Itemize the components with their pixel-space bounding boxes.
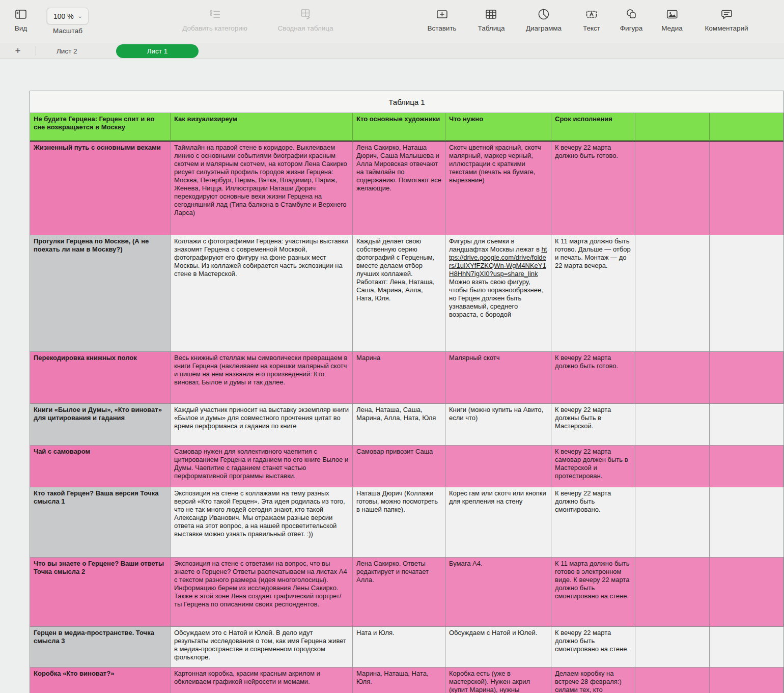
- sheet-tab-bar: + Лист 2 Лист 1: [0, 43, 784, 59]
- row-title-cell[interactable]: Перекодировка книжных полок: [30, 352, 171, 404]
- cell-artists[interactable]: Самовар привозит Саша: [353, 446, 445, 487]
- row-title-cell[interactable]: Герцен в медиа-пространстве. Точка смысл…: [30, 627, 171, 668]
- row-title-cell[interactable]: Коробка «Кто виноват?»: [30, 668, 171, 693]
- cell-empty[interactable]: [635, 558, 710, 627]
- header-cell-empty[interactable]: [710, 113, 783, 142]
- cell-artists[interactable]: Ната и Юля.: [353, 627, 445, 668]
- header-cell-needs[interactable]: Что нужно: [445, 113, 551, 142]
- row-title-cell[interactable]: Чай с самоваром: [30, 446, 171, 487]
- zoom-control[interactable]: 100 % ⌄ Масштаб: [47, 8, 89, 35]
- cell-empty[interactable]: [635, 487, 710, 558]
- cell-empty[interactable]: [635, 352, 710, 404]
- insert-label: Вставить: [427, 24, 456, 32]
- cell-empty[interactable]: [710, 142, 783, 235]
- cell-empty[interactable]: [635, 627, 710, 668]
- cell-empty[interactable]: [710, 668, 783, 693]
- header-cell-topic[interactable]: Не будите Герцена: Герцен спит и во сне …: [30, 113, 171, 142]
- view-button[interactable]: Вид: [13, 7, 29, 32]
- tab-sheet-2[interactable]: Лист 2: [43, 44, 91, 58]
- table-1: Таблица 1 Не будите Герцена: Герцен спит…: [30, 91, 784, 693]
- row-title-cell[interactable]: Что вы знаете о Герцене? Ваши ответы Точ…: [30, 558, 171, 627]
- cell-needs[interactable]: Бумага А4.: [445, 558, 551, 627]
- cell-visualize[interactable]: Каждый участник приносит на выставку экз…: [171, 404, 353, 446]
- table-row: Прогулки Герцена по Москве, (А не поехат…: [30, 235, 783, 352]
- cell-needs[interactable]: Обсуждаем с Натой и Юлей.: [445, 627, 551, 668]
- cell-visualize[interactable]: Коллажи с фотографиями Герцена: участниц…: [171, 235, 353, 352]
- cell-empty[interactable]: [635, 668, 710, 693]
- cell-deadline[interactable]: К вечеру 22 марта должно быть смонтирова…: [551, 627, 635, 668]
- cell-empty[interactable]: [635, 142, 710, 235]
- cell-empty[interactable]: [710, 487, 783, 558]
- table-title[interactable]: Таблица 1: [30, 91, 783, 113]
- row-title-cell[interactable]: Книги «Былое и Думы», «Кто виноват» для …: [30, 404, 171, 446]
- media-icon: [664, 7, 680, 22]
- tab-sheet-1-active[interactable]: Лист 1: [116, 44, 199, 58]
- table-button[interactable]: Таблица: [478, 7, 505, 32]
- cell-deadline[interactable]: Делаем коробку на встрече 28 февраля:) с…: [551, 668, 635, 693]
- header-cell-deadline[interactable]: Срок исполнения: [551, 113, 635, 142]
- cell-empty[interactable]: [710, 627, 783, 668]
- add-category-button: Добавить категорию: [182, 7, 247, 32]
- view-icon: [13, 7, 29, 22]
- zoom-button[interactable]: 100 % ⌄: [47, 8, 89, 24]
- view-label: Вид: [15, 24, 27, 32]
- table-icon: [484, 7, 499, 22]
- cell-deadline[interactable]: К вечеру 22 марта должно быть готово.: [551, 142, 635, 235]
- media-button[interactable]: Медиа: [661, 7, 683, 32]
- cell-artists[interactable]: Каждый делает свою собственную серию фот…: [353, 235, 445, 352]
- cell-empty[interactable]: [710, 352, 783, 404]
- cell-deadline[interactable]: К вечеру 22 марта самовар должен быть в …: [551, 446, 635, 487]
- chart-button[interactable]: Диаграмма: [526, 7, 562, 32]
- cell-visualize[interactable]: Картонная коробка, красим красным акрило…: [171, 668, 353, 693]
- cell-empty[interactable]: [635, 446, 710, 487]
- cell-empty[interactable]: [635, 235, 710, 352]
- cell-needs[interactable]: Книги (можно купить на Авито, если что): [445, 404, 551, 446]
- add-category-icon: [207, 7, 222, 22]
- cell-empty[interactable]: [710, 235, 783, 352]
- cell-artists[interactable]: Лена Сакирко, Наташа Дюрич, Саша Малышев…: [353, 142, 445, 235]
- pivot-table-label: Сводная таблица: [277, 24, 333, 32]
- cell-artists[interactable]: Марина, Наташа, Ната, Юля.: [353, 668, 445, 693]
- zoom-value: 100 %: [53, 12, 74, 20]
- cell-deadline[interactable]: К вечеру 22 марта должны быть в Мастерск…: [551, 404, 635, 446]
- row-title-cell[interactable]: Прогулки Герцена по Москве, (А не поехат…: [30, 235, 171, 352]
- header-cell-empty[interactable]: [635, 113, 710, 142]
- cell-deadline[interactable]: К 11 марта должно быть готово в электрон…: [551, 558, 635, 627]
- add-sheet-button[interactable]: +: [11, 45, 24, 57]
- text-button[interactable]: Текст: [583, 7, 600, 32]
- cell-deadline[interactable]: К вечеру 22 марта должно быть смонтирова…: [551, 487, 635, 558]
- table-row: Герцен в медиа-пространстве. Точка смысл…: [30, 627, 783, 668]
- row-title-cell[interactable]: Кто такой Герцен? Ваша версия Точка смыс…: [30, 487, 171, 558]
- cell-visualize[interactable]: Самовар нужен для коллективного чаепития…: [171, 446, 353, 487]
- cell-needs[interactable]: Фигуры для съемки в ландшафтах Москвы ле…: [445, 235, 551, 352]
- cell-needs[interactable]: Коробка есть (уже в мастерской). Нужен а…: [445, 668, 551, 693]
- cell-artists[interactable]: Наташа Дюрич (Коллажи готовы, можно посм…: [353, 487, 445, 558]
- cell-needs[interactable]: Малярный скотч: [445, 352, 551, 404]
- cell-needs[interactable]: Корес гам или скотч или кнопки для крепл…: [445, 487, 551, 558]
- row-title-cell[interactable]: Жизненный путь с основными вехами: [30, 142, 171, 235]
- table-row: Перекодировка книжных полок Весь книжный…: [30, 352, 783, 404]
- cell-visualize[interactable]: Весь книжный стеллаж мы символически пре…: [171, 352, 353, 404]
- cell-needs[interactable]: [445, 446, 551, 487]
- insert-button[interactable]: Вставить: [427, 7, 456, 32]
- cell-artists[interactable]: Лена Сакирко. Ответы редактирует и печат…: [353, 558, 445, 627]
- cell-visualize[interactable]: Таймлайн на правой стене в коридоре. Вык…: [171, 142, 353, 235]
- cell-empty[interactable]: [635, 404, 710, 446]
- header-cell-artists[interactable]: Кто основные художники: [353, 113, 445, 142]
- cell-artists[interactable]: Марина: [353, 352, 445, 404]
- header-cell-visualize[interactable]: Как визуализиреум: [171, 113, 353, 142]
- cell-artists[interactable]: Лена, Наташа, Саша, Марина, Алла, Ната, …: [353, 404, 445, 446]
- cell-empty[interactable]: [710, 446, 783, 487]
- cell-needs[interactable]: Скотч цветной красный, скотч малярный, м…: [445, 142, 551, 235]
- cell-empty[interactable]: [710, 558, 783, 627]
- cell-visualize[interactable]: Экспозиция на стене с коллажами на тему …: [171, 487, 353, 558]
- table-row: Чай с самоваром Самовар нужен для коллек…: [30, 446, 783, 487]
- cell-visualize[interactable]: Обсуждаем это с Натой и Юлей. В дело иду…: [171, 627, 353, 668]
- shape-button[interactable]: Фигура: [620, 7, 642, 32]
- cell-empty[interactable]: [710, 404, 783, 446]
- cell-deadline[interactable]: К 11 марта должно быть готово. Дальше — …: [551, 235, 635, 352]
- comment-button[interactable]: Комментарий: [705, 7, 748, 32]
- cell-deadline[interactable]: К вечеру 22 марта должно быть готово.: [551, 352, 635, 404]
- cell-visualize[interactable]: Экспозиция на стене с ответами на вопрос…: [171, 558, 353, 627]
- table-row: Кто такой Герцен? Ваша версия Точка смыс…: [30, 487, 783, 558]
